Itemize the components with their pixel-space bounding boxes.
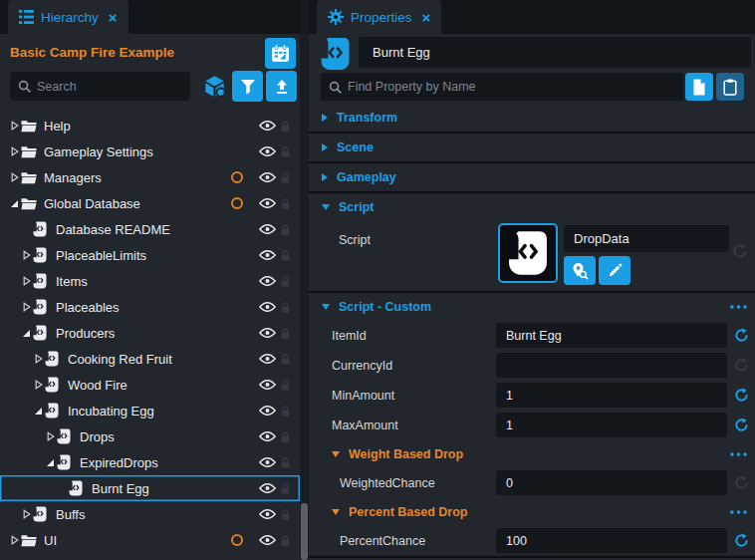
reset-icon[interactable] — [734, 328, 749, 343]
visibility-eye-icon[interactable] — [259, 456, 276, 468]
cube-icon[interactable] — [202, 75, 227, 98]
visibility-eye-icon[interactable] — [259, 223, 276, 235]
visibility-eye-icon[interactable] — [259, 327, 276, 339]
lock-icon[interactable] — [280, 405, 291, 418]
reset-icon[interactable] — [734, 533, 749, 548]
expand-arrow-icon[interactable] — [8, 535, 21, 545]
expand-arrow-icon[interactable] — [20, 302, 33, 312]
hierarchy-scrollbar[interactable] — [300, 34, 309, 560]
lock-icon[interactable] — [280, 275, 291, 288]
tree-item-expireddrops[interactable]: ExpiredDrops — [0, 449, 300, 475]
section-gameplay[interactable]: Gameplay — [309, 163, 755, 191]
reset-icon[interactable] — [734, 358, 749, 373]
find-property-box[interactable] — [321, 73, 683, 101]
lock-icon[interactable] — [280, 145, 291, 158]
visibility-eye-icon[interactable] — [259, 301, 276, 313]
tree-item-wood-fire[interactable]: Wood Fire — [0, 372, 300, 398]
copy-properties-button[interactable] — [685, 73, 713, 101]
close-icon[interactable]: × — [422, 10, 431, 25]
lock-icon[interactable] — [280, 379, 291, 392]
search-box[interactable] — [10, 72, 190, 101]
filter-button[interactable] — [232, 71, 263, 102]
tree-item-help[interactable]: Help — [0, 113, 300, 139]
lock-icon[interactable] — [280, 223, 291, 236]
minamount-input[interactable] — [496, 383, 727, 408]
lock-icon[interactable] — [280, 301, 291, 314]
itemid-input[interactable] — [496, 323, 727, 348]
lock-icon[interactable] — [280, 456, 291, 469]
script-asset-thumbnail[interactable] — [498, 223, 558, 283]
close-icon[interactable]: × — [109, 10, 118, 25]
section-menu-icon[interactable] — [730, 452, 747, 456]
tree-item-burnt-egg[interactable]: Burnt Egg — [0, 475, 300, 501]
tree-item-buffs[interactable]: Buffs — [0, 501, 300, 527]
lock-icon[interactable] — [280, 534, 291, 547]
visibility-eye-icon[interactable] — [259, 197, 276, 209]
section-script[interactable]: Script — [309, 193, 755, 221]
lock-icon[interactable] — [280, 430, 291, 443]
visibility-eye-icon[interactable] — [259, 353, 276, 365]
collapse-arrow-icon[interactable] — [44, 458, 57, 467]
find-property-input[interactable] — [348, 80, 675, 94]
expand-arrow-icon[interactable] — [20, 509, 33, 519]
visibility-eye-icon[interactable] — [259, 120, 276, 132]
tree-item-item[interactable] — [0, 553, 300, 560]
tree-item-drops[interactable]: Drops — [0, 423, 300, 449]
expand-arrow-icon[interactable] — [32, 380, 45, 390]
expand-arrow-icon[interactable] — [32, 354, 45, 364]
tree-item-items[interactable]: Items — [0, 268, 300, 294]
tree-item-cooking-red-fruit[interactable]: Cooking Red Fruit — [0, 346, 300, 372]
expand-arrow-icon[interactable] — [8, 146, 21, 156]
tree-item-database-readme[interactable]: Database README — [0, 216, 300, 242]
visibility-eye-icon[interactable] — [259, 405, 276, 417]
collapse-arrow-icon[interactable] — [8, 199, 21, 208]
tree-item-global-database[interactable]: Global Database — [0, 190, 300, 216]
level-button[interactable] — [265, 38, 296, 69]
lock-icon[interactable] — [280, 327, 291, 340]
tree-item-managers[interactable]: Managers — [0, 164, 300, 190]
edit-script-button[interactable] — [599, 256, 630, 285]
visibility-eye-icon[interactable] — [259, 430, 276, 442]
lock-icon[interactable] — [280, 249, 291, 262]
visibility-eye-icon[interactable] — [259, 534, 276, 546]
visibility-eye-icon[interactable] — [259, 249, 276, 261]
search-input[interactable] — [37, 80, 182, 94]
visibility-eye-icon[interactable] — [259, 275, 276, 287]
find-script-button[interactable] — [564, 256, 596, 285]
lock-icon[interactable] — [280, 171, 291, 184]
subsection-weight-based-drop[interactable]: Weight Based Drop — [309, 440, 755, 468]
lock-icon[interactable] — [280, 482, 291, 495]
paste-properties-button[interactable] — [716, 73, 744, 101]
tab-hierarchy[interactable]: Hierarchy × — [8, 0, 128, 34]
visibility-eye-icon[interactable] — [259, 379, 276, 391]
section-menu-icon[interactable] — [730, 510, 747, 514]
expand-arrow-icon[interactable] — [44, 431, 57, 441]
reset-icon[interactable] — [734, 418, 749, 432]
object-name-field[interactable] — [359, 37, 751, 68]
tree-item-gameplay-settings[interactable]: Gameplay Settings — [0, 139, 300, 164]
currencyid-input[interactable] — [496, 353, 727, 378]
collapse-arrow-icon[interactable] — [20, 329, 33, 338]
expand-arrow-icon[interactable] — [20, 250, 33, 260]
section-scene[interactable]: Scene — [309, 134, 755, 161]
lock-icon[interactable] — [280, 120, 291, 133]
tree-item-placeablelimits[interactable]: PlaceableLimits — [0, 242, 300, 268]
section-script-custom[interactable]: Script - Custom — [309, 293, 755, 321]
scrollbar-thumb[interactable] — [301, 503, 308, 560]
expand-arrow-icon[interactable] — [20, 276, 33, 286]
tree-item-producers[interactable]: Producers — [0, 320, 300, 346]
tree-item-placeables[interactable]: Placeables — [0, 294, 300, 320]
lock-icon[interactable] — [280, 197, 291, 210]
lock-icon[interactable] — [280, 508, 291, 521]
percentchance-input[interactable] — [496, 528, 727, 553]
upload-button[interactable] — [266, 71, 297, 102]
tree-item-ui[interactable]: UI — [0, 527, 300, 553]
section-menu-icon[interactable] — [730, 305, 747, 309]
expand-arrow-icon[interactable] — [8, 172, 21, 182]
object-name-input[interactable] — [373, 45, 737, 60]
lock-icon[interactable] — [280, 353, 291, 366]
reset-icon[interactable] — [734, 388, 749, 403]
visibility-eye-icon[interactable] — [259, 482, 276, 494]
tab-properties[interactable]: Properties × — [317, 0, 441, 34]
visibility-eye-icon[interactable] — [259, 508, 276, 520]
